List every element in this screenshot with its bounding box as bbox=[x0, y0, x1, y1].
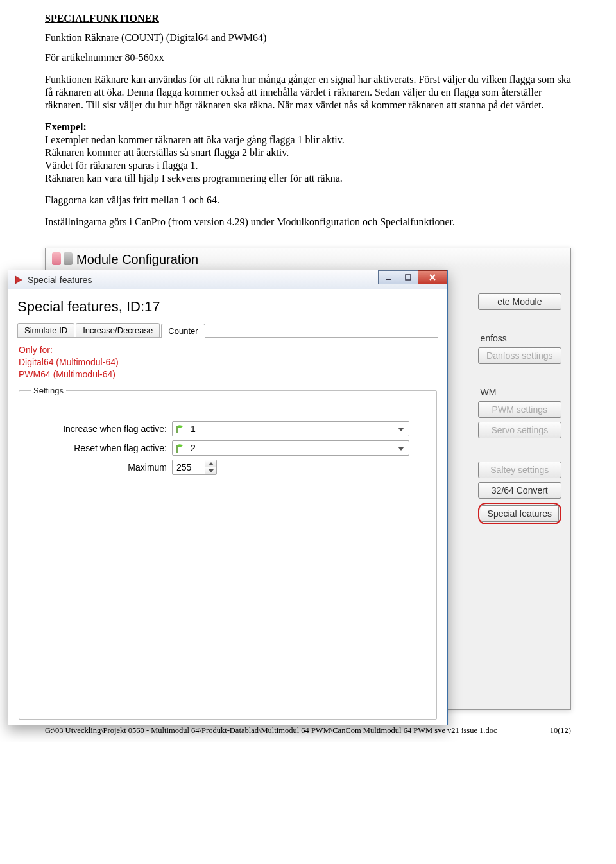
maximum-stepper[interactable]: 255 bbox=[172, 460, 217, 475]
label-reset: Reset when flag active: bbox=[31, 443, 172, 453]
tabstrip: Simulate ID Increase/Decrease Counter bbox=[17, 323, 438, 338]
maximum-value: 255 bbox=[176, 462, 191, 472]
example-line-3: Värdet för räknaren sparas i flagga 1. bbox=[45, 160, 198, 171]
tab-simulate-id[interactable]: Simulate ID bbox=[17, 323, 74, 337]
pwm-group-label: WM bbox=[478, 387, 561, 397]
special-features-window: Special features Special features, ID:17… bbox=[8, 270, 448, 725]
chevron-down-icon bbox=[396, 444, 406, 454]
row-increase: Increase when flag active: 1 bbox=[31, 421, 425, 436]
tab-counter[interactable]: Counter bbox=[161, 324, 205, 338]
settings-note: Inställningarna görs i CanPro (from vers… bbox=[45, 216, 571, 229]
svg-rect-2 bbox=[176, 426, 178, 433]
window-titlebar[interactable]: Special features bbox=[8, 270, 447, 289]
tab-increase-decrease[interactable]: Increase/Decrease bbox=[76, 323, 160, 337]
delete-module-button[interactable]: ete Module bbox=[478, 293, 561, 310]
svg-rect-1 bbox=[406, 275, 411, 280]
servo-settings-button[interactable]: Servo settings bbox=[478, 422, 561, 438]
danfoss-settings-button[interactable]: Danfoss settings bbox=[478, 347, 561, 364]
settings-legend: Settings bbox=[31, 386, 66, 395]
svg-rect-0 bbox=[386, 279, 391, 280]
increase-flag-value: 1 bbox=[191, 424, 196, 434]
saltey-settings-button[interactable]: Saltey settings bbox=[478, 462, 561, 478]
close-button[interactable] bbox=[418, 270, 447, 284]
example-line-2: Räknaren kommer att återställas så snart… bbox=[45, 147, 289, 158]
label-maximum: Maximum bbox=[31, 462, 172, 472]
window-body: Special features, ID:17 Simulate ID Incr… bbox=[8, 289, 447, 729]
module-configuration-title: Module Configuration bbox=[46, 248, 570, 268]
settings-group: Settings Increase when flag active: 1 bbox=[19, 386, 437, 720]
increase-flag-select[interactable]: 1 bbox=[172, 421, 409, 436]
window-controls bbox=[379, 270, 447, 286]
row-reset: Reset when flag active: 2 bbox=[31, 440, 425, 456]
toolbar-icon-1[interactable] bbox=[52, 252, 61, 265]
reset-flag-value: 2 bbox=[191, 443, 196, 453]
footer-page: 10(12) bbox=[550, 726, 571, 736]
screenshot-stack: Module Configuration ete Module enfoss D… bbox=[45, 248, 578, 729]
svg-rect-3 bbox=[176, 445, 178, 453]
flags-note: Flaggorna kan väljas fritt mellan 1 och … bbox=[45, 194, 571, 207]
back-toolbar bbox=[52, 252, 73, 265]
example-block: Exempel: I exemplet nedan kommer räknare… bbox=[45, 121, 571, 185]
article-number: För artikelnummer 80-560xx bbox=[45, 51, 571, 64]
special-features-highlight: Special features bbox=[478, 503, 561, 524]
flag-icon bbox=[175, 425, 187, 433]
page-heading: SPECIALFUNKTIONER bbox=[45, 13, 571, 24]
spin-down-button[interactable] bbox=[205, 467, 216, 474]
reset-flag-select[interactable]: 2 bbox=[172, 440, 409, 456]
example-label: Exempel: bbox=[45, 121, 87, 132]
back-right-panel: ete Module enfoss Danfoss settings WM PW… bbox=[478, 293, 561, 524]
convert-button[interactable]: 32/64 Convert bbox=[478, 482, 561, 499]
page-footer: G:\03 Utveckling\Projekt 0560 - Multimod… bbox=[45, 726, 571, 736]
description-paragraph: Funktionen Räknare kan användas för att … bbox=[45, 73, 571, 112]
page-subheading: Funktion Räknare (COUNT) (Digital64 and … bbox=[45, 32, 571, 44]
dialog-heading: Special features, ID:17 bbox=[17, 298, 438, 315]
chevron-down-icon bbox=[396, 424, 406, 435]
maximize-button[interactable] bbox=[398, 270, 418, 284]
special-features-button[interactable]: Special features bbox=[481, 505, 559, 522]
spin-up-button[interactable] bbox=[205, 460, 216, 467]
only-for-line-3: PWM64 (Multimodul-64) bbox=[19, 368, 438, 381]
pwm-settings-button[interactable]: PWM settings bbox=[478, 401, 561, 418]
only-for-line-2: Digital64 (Multimodul-64) bbox=[19, 356, 438, 368]
example-line-1: I exemplet nedan kommer räknaren att öka… bbox=[45, 134, 345, 145]
window-title: Special features bbox=[28, 275, 92, 285]
danfoss-group-label: enfoss bbox=[478, 333, 561, 343]
app-icon bbox=[13, 275, 24, 285]
footer-path: G:\03 Utveckling\Projekt 0560 - Multimod… bbox=[45, 726, 497, 736]
toolbar-icon-2[interactable] bbox=[64, 252, 73, 265]
label-increase: Increase when flag active: bbox=[31, 424, 172, 434]
flag-icon bbox=[175, 444, 187, 452]
only-for-line-1: Only for: bbox=[19, 344, 438, 356]
example-line-4: Räknaren kan vara till hjälp I sekvens p… bbox=[45, 173, 343, 184]
spin-buttons bbox=[205, 460, 216, 474]
only-for-note: Only for: Digital64 (Multimodul-64) PWM6… bbox=[19, 344, 438, 381]
minimize-button[interactable] bbox=[378, 270, 398, 284]
row-maximum: Maximum 255 bbox=[31, 460, 425, 475]
